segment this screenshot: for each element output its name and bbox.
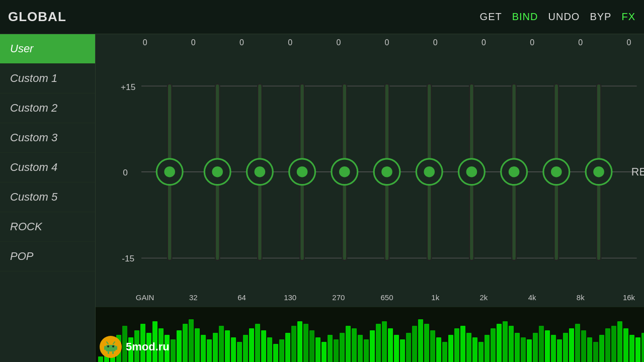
viz-bar (297, 321, 302, 362)
freq-label-gain: GAIN (121, 291, 169, 304)
sidebar-item-rock[interactable]: ROCK (0, 212, 95, 242)
viz-bar (285, 333, 290, 363)
viz-bar (472, 337, 477, 363)
viz-bar (460, 326, 465, 362)
viz-bar (346, 326, 351, 362)
svg-point-38 (339, 166, 350, 177)
fx-button[interactable]: FX (621, 11, 635, 23)
freq-label-2k: 2k (459, 291, 508, 304)
viz-bar (370, 330, 375, 362)
viz-bar (219, 326, 224, 362)
svg-point-32 (212, 166, 223, 177)
viz-bar (358, 335, 363, 362)
bind-button[interactable]: BIND (512, 11, 538, 23)
byp-button[interactable]: BYP (590, 11, 611, 23)
svg-text:+15: +15 (121, 82, 135, 92)
viz-bar (515, 333, 520, 363)
viz-bar (466, 333, 471, 363)
viz-bar (279, 339, 284, 362)
viz-bars (96, 307, 644, 362)
viz-bar (225, 330, 230, 362)
viz-bar (593, 342, 598, 363)
viz-bar (581, 330, 586, 362)
freq-label-64: 64 (217, 291, 266, 304)
freq-label-8k: 8k (556, 291, 605, 304)
viz-bar (261, 330, 266, 362)
viz-bar (545, 330, 550, 362)
viz-bar (569, 328, 574, 363)
viz-bar (611, 326, 616, 362)
viz-bar (213, 333, 218, 363)
freq-label-130: 130 (266, 291, 314, 304)
undo-button[interactable]: UNDO (548, 11, 580, 23)
band-value-16k: 0 (605, 34, 644, 49)
sidebar-item-custom3[interactable]: Custom 3 (0, 123, 95, 153)
band-value-270: 0 (314, 34, 363, 49)
main-content: GLOBAL GET BIND UNDO BYP FX ••• User Cus… (0, 0, 644, 362)
sidebar-item-custom1[interactable]: Custom 1 (0, 64, 95, 94)
freq-labels-row: GAIN 32 64 130 270 650 1k 2k 4k 8k 16k (96, 291, 644, 307)
band-value-4k: 0 (508, 34, 556, 49)
viz-bar (352, 328, 357, 363)
viz-bar (303, 324, 308, 363)
sidebar-item-user[interactable]: User (0, 34, 95, 64)
eq-area: 0 0 0 0 0 0 0 0 0 0 0 +15 0 (96, 34, 644, 362)
viz-bar (321, 342, 327, 363)
band-value-1k: 0 (411, 34, 459, 49)
viz-bar (430, 330, 435, 362)
viz-bar (503, 321, 508, 362)
svg-rect-57 (104, 346, 106, 350)
freq-label-4k: 4k (508, 291, 556, 304)
viz-bar (388, 328, 393, 363)
sidebar-item-custom4[interactable]: Custom 4 (0, 153, 95, 183)
viz-bar (575, 324, 580, 363)
viz-bar (340, 333, 345, 363)
viz-bar (273, 344, 278, 362)
sidebar-item-custom2[interactable]: Custom 2 (0, 94, 95, 123)
viz-bar (442, 342, 447, 363)
get-button[interactable]: GET (480, 11, 502, 23)
viz-bar (201, 335, 206, 362)
viz-bar (551, 335, 556, 362)
viz-bar (255, 324, 260, 363)
viz-bar (394, 335, 399, 362)
band-value-2k: 0 (459, 34, 508, 49)
viz-bar (485, 335, 490, 362)
svg-point-34 (255, 166, 266, 177)
app-title: GLOBAL (8, 9, 480, 25)
viz-bar (478, 342, 484, 363)
viz-bar (605, 328, 610, 363)
viz-bar (364, 339, 369, 362)
viz-bar (418, 319, 423, 363)
freq-label-32: 32 (169, 291, 217, 304)
sidebar-item-pop[interactable]: POP (0, 242, 95, 272)
viz-bar (315, 337, 320, 363)
sidebar-item-custom5[interactable]: Custom 5 (0, 183, 95, 212)
viz-bar (454, 328, 459, 363)
viz-bar (641, 333, 644, 363)
svg-rect-58 (116, 346, 117, 350)
visualizer: Peak: 0dB (96, 307, 644, 362)
viz-bar (509, 326, 514, 362)
viz-bar (617, 321, 622, 362)
freq-label-1k: 1k (411, 291, 459, 304)
viz-bar (231, 337, 236, 363)
svg-point-53 (107, 345, 109, 347)
viz-bar (406, 333, 411, 363)
viz-bar (424, 324, 429, 363)
viz-bar (623, 328, 628, 363)
viz-bar (448, 335, 453, 362)
watermark: 5mod.ru (100, 336, 170, 358)
viz-bar (237, 342, 242, 363)
viz-bar (291, 326, 296, 362)
header-actions: GET BIND UNDO BYP FX ••• (480, 4, 644, 30)
viz-bar (376, 324, 381, 363)
viz-bar (635, 337, 640, 363)
svg-point-48 (551, 166, 562, 177)
viz-bar (521, 337, 526, 363)
viz-bar (629, 335, 634, 362)
viz-bar (177, 330, 182, 362)
band-value-64: 0 (217, 34, 266, 49)
band-value-8k: 0 (556, 34, 605, 49)
band-value-32: 0 (169, 34, 217, 49)
